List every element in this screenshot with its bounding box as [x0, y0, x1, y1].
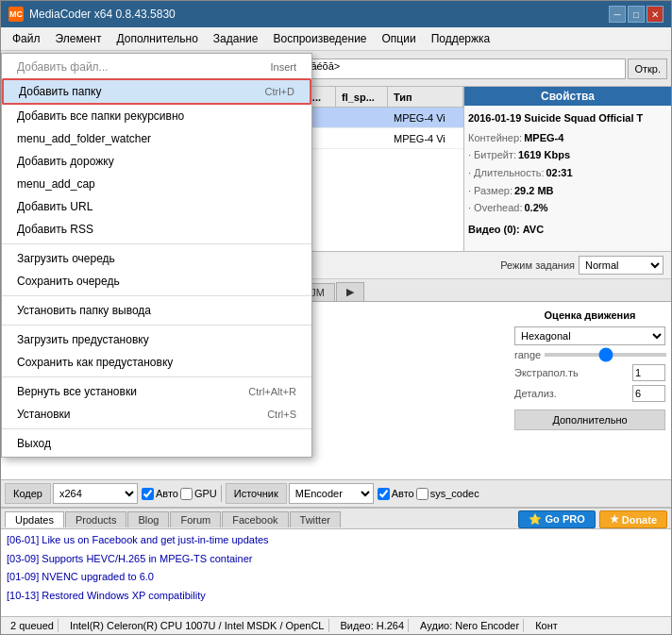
task-mode-select[interactable]: NormalBatchPreview: [579, 256, 664, 275]
load-preset-label: Загрузить предустановку: [17, 333, 149, 346]
prop-overhead-row: · Overhead: 0.2%: [468, 199, 667, 217]
add-url-label: Добавить URL: [17, 200, 92, 213]
news-tab-forum[interactable]: Forum: [170, 511, 221, 527]
menu-additional[interactable]: Дополнительно: [109, 29, 205, 48]
status-bar: 2 queued Intel(R) Celeron(R) CPU 1007U /…: [1, 616, 671, 634]
menu-add-file[interactable]: Добавить файл... Insert: [2, 56, 311, 78]
star-icon: ⭐: [529, 513, 542, 525]
prop-container-row: Контейнер: MPEG-4: [468, 129, 667, 147]
source-select[interactable]: MEncoder: [289, 483, 374, 504]
auto-checkbox[interactable]: [142, 488, 154, 500]
news-tab-twitter[interactable]: Twitter: [290, 511, 341, 527]
prop-video-stream: Видео (0): AVC: [468, 221, 667, 239]
maximize-button[interactable]: □: [628, 6, 645, 23]
news-item-3[interactable]: [10-13] Restored Windows XP compatibilit…: [7, 587, 665, 606]
add-file-shortcut: Insert: [270, 61, 296, 73]
file-fps-0: [336, 117, 388, 119]
menu-set-output-folder[interactable]: Установить папку вывода: [2, 299, 311, 322]
news-content: [06-01] Like us on Facebook and get just…: [1, 529, 671, 616]
auto2-checkbox[interactable]: [378, 488, 390, 500]
close-button[interactable]: ✕: [647, 6, 664, 23]
menu-add-all-recursive[interactable]: Добавить все папки рекурсивно: [2, 105, 311, 127]
menu-file[interactable]: Файл: [5, 29, 48, 48]
col-fps[interactable]: fl_sp...: [336, 87, 388, 107]
menu-add-folder-watcher[interactable]: menu_add_folder_watcher: [2, 127, 311, 150]
status-cpu: Intel(R) Celeron(R) CPU 1007U / Intel MS…: [66, 619, 329, 632]
menu-bar: Файл Элемент Дополнительно Задание Воспр…: [1, 27, 671, 51]
menu-playback[interactable]: Воспроизведение: [265, 29, 374, 48]
tab-more[interactable]: ▶: [336, 282, 364, 301]
gpu-label: GPU: [194, 488, 217, 499]
add-folder-shortcut: Ctrl+D: [265, 86, 294, 97]
news-item-1[interactable]: [03-09] Supports HEVC/H.265 in MPEG-TS c…: [7, 550, 665, 569]
menu-add-url[interactable]: Добавить URL: [2, 195, 311, 218]
source-group: Источник MEncoder: [226, 483, 374, 504]
menu-support[interactable]: Поддержка: [424, 29, 498, 48]
prop-overhead-label: · Overhead:: [468, 199, 522, 217]
sys-codec-checkbox[interactable]: [416, 488, 428, 500]
enc-right-panel: Оценка движения Hexagonal range 16 Экстр…: [514, 308, 665, 474]
title-bar-left: MC MediaCoder x64 0.8.43.5830: [8, 7, 176, 22]
output-folder-value: Đāĺaŷ ĩāéõā>: [274, 58, 626, 79]
bottom-toolbar: Кодер x264 Авто GPU Источник MEncoder: [1, 479, 671, 508]
prop-duration-value: 02:31: [546, 164, 572, 182]
file-dropdown-menu: Добавить файл... Insert Добавить папку C…: [1, 53, 312, 458]
menu-exit[interactable]: Выход: [2, 432, 311, 455]
prop-container-value: MPEG-4: [524, 129, 563, 147]
properties-header: Свойства: [464, 87, 671, 106]
extrapolate-spinner[interactable]: [632, 364, 665, 381]
main-window: MC MediaCoder x64 0.8.43.5830 ─ □ ✕ Файл…: [0, 0, 672, 635]
menu-add-folder[interactable]: Добавить папку Ctrl+D: [2, 78, 311, 105]
browse-button[interactable]: Откр.: [628, 58, 667, 79]
shape-select[interactable]: Hexagonal: [514, 326, 665, 345]
add-file-label: Добавить файл...: [17, 60, 109, 74]
prop-duration-row: · Длительность: 02:31: [468, 164, 667, 182]
go-pro-label: Go PRO: [546, 513, 585, 525]
minimize-button[interactable]: ─: [609, 6, 626, 23]
news-tab-facebook[interactable]: Facebook: [222, 511, 288, 527]
go-pro-button[interactable]: ⭐ Go PRO: [518, 510, 595, 528]
encoder-label-btn[interactable]: Кодер: [5, 483, 51, 504]
settings-label: Установки: [17, 408, 70, 421]
add-track-label: Добавить дорожку: [17, 155, 114, 168]
col-type[interactable]: Тип: [388, 87, 463, 107]
reset-all-shortcut: Ctrl+Alt+R: [248, 386, 296, 397]
menu-reset-all[interactable]: Вернуть все установки Ctrl+Alt+R: [2, 380, 311, 403]
settings-shortcut: Ctrl+S: [267, 409, 296, 420]
prop-overhead-value: 0.2%: [524, 199, 547, 217]
menu-save-queue[interactable]: Сохранить очередь: [2, 270, 311, 292]
menu-settings[interactable]: Установки Ctrl+S: [2, 403, 311, 426]
prop-duration-label: · Длительность:: [468, 164, 544, 182]
news-item-2[interactable]: [01-09] NVENC upgraded to 6.0: [7, 568, 665, 587]
menu-save-as-preset[interactable]: Сохранить как предустановку: [2, 351, 311, 374]
menu-options[interactable]: Опции: [375, 29, 424, 48]
extrapolate-label: Экстрапол.ть: [514, 367, 629, 378]
menu-add-rss[interactable]: Добавить RSS: [2, 218, 311, 241]
gpu-checkbox[interactable]: [180, 488, 193, 500]
add-folder-label: Добавить папку: [19, 85, 101, 98]
news-tab-blog[interactable]: Blog: [127, 511, 169, 527]
set-output-folder-label: Установить папку вывода: [17, 304, 151, 317]
menu-add-track[interactable]: Добавить дорожку: [2, 150, 311, 173]
extra-settings-button[interactable]: Дополнительно: [514, 409, 665, 430]
menu-load-queue[interactable]: Загрузить очередь: [2, 247, 311, 270]
menu-sep-1: [2, 243, 311, 244]
news-item-0[interactable]: [06-01] Like us on Facebook and get just…: [7, 531, 665, 550]
menu-task[interactable]: Задание: [206, 29, 266, 48]
sys-codec-label: sys_codec: [430, 488, 479, 499]
file-fps-1: [336, 138, 388, 140]
menu-add-cap[interactable]: menu_add_cap: [2, 173, 311, 195]
motion-est-title: Оценка движения: [514, 308, 665, 323]
source-label-btn[interactable]: Источник: [226, 483, 287, 504]
news-tab-updates[interactable]: Updates: [5, 511, 64, 527]
properties-content: 2016-01-19 Suicide Squad Official T Конт…: [464, 106, 671, 251]
menu-element[interactable]: Элемент: [48, 29, 109, 48]
encoder-group: Кодер x264: [5, 483, 138, 504]
donate-button[interactable]: ★ Donate: [599, 510, 667, 528]
task-mode-label: Режим задания: [500, 259, 575, 271]
range-slider[interactable]: [545, 353, 666, 357]
detail-spinner[interactable]: [632, 385, 665, 402]
menu-load-preset[interactable]: Загрузить предустановку: [2, 328, 311, 351]
encoder-select[interactable]: x264: [53, 483, 138, 504]
news-tab-products[interactable]: Products: [65, 511, 126, 527]
